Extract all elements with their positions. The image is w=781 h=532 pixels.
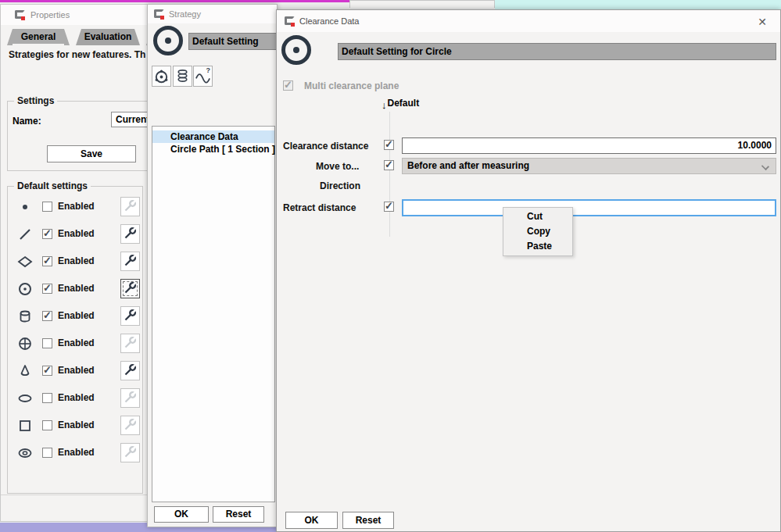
cone-wrench-button[interactable] xyxy=(120,361,140,380)
plane-enabled-checkbox[interactable] xyxy=(42,256,52,266)
sphere-icon xyxy=(17,336,33,352)
strategy-window: Strategy Default Setting ? Clearance Dat… xyxy=(147,4,278,527)
clearance-header-label: Default Setting for Circle xyxy=(338,43,776,60)
strategy-list-item-circle-path-1-section[interactable]: Circle Path [ 1 Section ] xyxy=(152,143,274,155)
down-arrow-icon: ↓ xyxy=(382,99,387,111)
cylinder-icon xyxy=(17,309,33,324)
default-row-ellipse: Enabled xyxy=(8,389,142,409)
menu-item-copy[interactable]: Copy xyxy=(503,224,572,239)
cone-enabled-checkbox[interactable] xyxy=(42,366,52,376)
retract-distance-label: Retract distance xyxy=(283,202,356,213)
move-to-label: Move to... xyxy=(316,161,359,172)
name-label: Name: xyxy=(13,116,41,127)
sphere-enabled-checkbox[interactable] xyxy=(42,338,52,348)
circle-feature-icon xyxy=(153,26,183,55)
line-wrench-button[interactable] xyxy=(120,224,140,244)
curve-question-icon[interactable]: ? xyxy=(193,66,213,87)
default-row-line: Enabled xyxy=(8,225,142,245)
retract-distance-checkbox[interactable] xyxy=(384,202,394,212)
strategy-list-item-clearance-data[interactable]: Clearance Data xyxy=(152,130,274,143)
context-menu: CutCopyPaste xyxy=(503,207,573,256)
circle-feature-icon xyxy=(281,35,311,65)
sphere-wrench-button[interactable] xyxy=(120,334,140,353)
tab-general[interactable]: General xyxy=(7,29,70,45)
clearance-titlebar[interactable]: Clearance Data ✕ xyxy=(277,10,780,32)
chevron-down-icon xyxy=(761,162,769,170)
app-logo-icon xyxy=(154,9,164,20)
retract-distance-input[interactable] xyxy=(402,199,776,216)
strategy-ok-button[interactable]: OK xyxy=(154,506,209,523)
clearance-distance-input[interactable]: 10.0000 xyxy=(402,137,776,154)
enabled-label: Enabled xyxy=(58,228,95,239)
clearance-distance-checkbox[interactable] xyxy=(384,140,394,150)
tab-evaluation[interactable]: Evaluation xyxy=(76,29,140,45)
circle-probe-icon[interactable] xyxy=(152,66,171,87)
circle-enabled-checkbox[interactable] xyxy=(42,284,52,294)
multi-clearance-checkbox[interactable] xyxy=(283,80,293,91)
cone-icon xyxy=(17,363,33,379)
point-enabled-checkbox[interactable] xyxy=(42,202,52,212)
line-enabled-checkbox[interactable] xyxy=(42,229,52,239)
close-icon[interactable]: ✕ xyxy=(755,15,769,29)
enabled-label: Enabled xyxy=(58,392,95,403)
default-row-sphere: Enabled xyxy=(8,334,142,355)
properties-description: Strategies for new features. Th xyxy=(9,49,145,60)
rectangle-icon xyxy=(17,418,33,434)
enabled-label: Enabled xyxy=(58,310,95,321)
enabled-label: Enabled xyxy=(58,255,95,266)
ellipse-wrench-button[interactable] xyxy=(120,388,140,408)
circle-icon xyxy=(17,281,33,297)
clearance-data-window: Clearance Data ✕ Default Setting for Cir… xyxy=(276,9,781,532)
default-settings-legend: Default settings xyxy=(14,180,91,191)
rectangle-enabled-checkbox[interactable] xyxy=(42,420,52,430)
settings-groupbox: Settings Name: Current Save xyxy=(7,101,163,171)
point-icon xyxy=(17,199,33,215)
clearance-reset-button[interactable]: Reset xyxy=(342,512,394,529)
torus-wrench-button[interactable] xyxy=(120,443,140,462)
app-logo-icon xyxy=(15,10,25,20)
save-button[interactable]: Save xyxy=(47,145,136,162)
enabled-label: Enabled xyxy=(58,201,95,212)
default-row-plane: Enabled xyxy=(8,252,142,273)
circle-wrench-button[interactable] xyxy=(120,279,140,298)
default-row-cylinder: Enabled xyxy=(8,307,142,327)
cylinder-wrench-button[interactable] xyxy=(120,306,140,326)
torus-icon xyxy=(17,445,33,461)
menu-item-cut[interactable]: Cut xyxy=(503,209,572,224)
properties-title: Properties xyxy=(30,10,70,20)
strategy-section-list[interactable]: Clearance DataCircle Path [ 1 Section ] xyxy=(152,126,275,502)
rectangle-wrench-button[interactable] xyxy=(120,416,140,435)
strategy-title: Strategy xyxy=(169,9,201,19)
menu-item-paste[interactable]: Paste xyxy=(503,239,572,254)
default-column-guide xyxy=(389,112,390,237)
default-row-point: Enabled xyxy=(8,198,142,218)
ellipse-enabled-checkbox[interactable] xyxy=(42,393,52,403)
enabled-label: Enabled xyxy=(58,283,95,294)
point-wrench-button[interactable] xyxy=(120,197,140,216)
enabled-label: Enabled xyxy=(58,337,95,348)
clearance-title: Clearance Data xyxy=(299,16,359,26)
multi-clearance-label: Multi clearance plane xyxy=(304,80,399,91)
default-row-torus: Enabled xyxy=(8,444,142,464)
default-row-circle: Enabled xyxy=(8,280,142,300)
default-settings-groupbox: Default settings EnabledEnabledEnabledEn… xyxy=(7,186,143,494)
app-logo-icon xyxy=(285,16,295,27)
plane-wrench-button[interactable] xyxy=(120,252,140,271)
default-column-header: ↓Default xyxy=(382,97,419,109)
enabled-label: Enabled xyxy=(58,365,95,376)
helix-icon[interactable] xyxy=(173,66,192,87)
torus-enabled-checkbox[interactable] xyxy=(42,448,52,458)
move-to-dropdown[interactable]: Before and after measuring xyxy=(402,158,776,174)
clearance-ok-button[interactable]: OK xyxy=(285,512,338,529)
enabled-label: Enabled xyxy=(58,447,95,458)
enabled-label: Enabled xyxy=(58,420,95,430)
cylinder-enabled-checkbox[interactable] xyxy=(42,311,52,321)
strategy-reset-button[interactable]: Reset xyxy=(213,506,264,523)
strategy-titlebar[interactable]: Strategy xyxy=(148,5,277,23)
background-window-edge xyxy=(349,0,495,8)
settings-legend: Settings xyxy=(14,95,57,106)
desktop-magenta-strip xyxy=(0,0,349,2)
direction-label: Direction xyxy=(320,180,360,191)
move-to-checkbox[interactable] xyxy=(384,160,394,170)
strategy-header-label: Default Setting xyxy=(188,33,278,50)
